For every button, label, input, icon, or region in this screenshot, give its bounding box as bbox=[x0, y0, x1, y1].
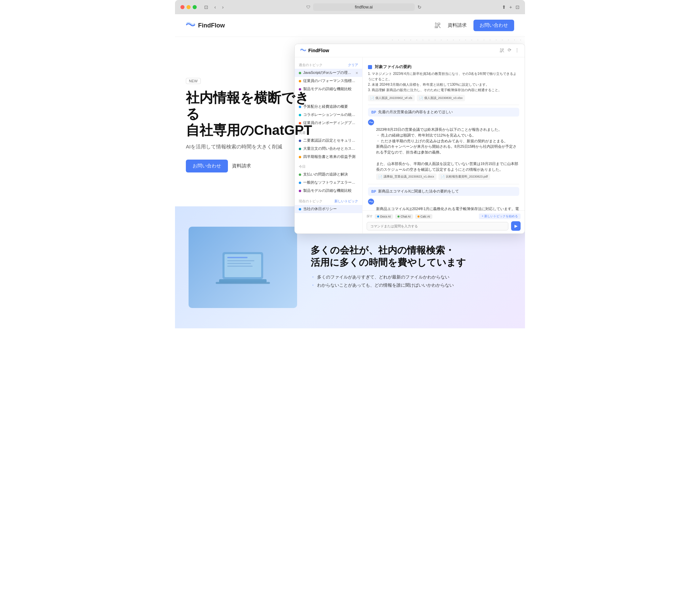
chat-sender bbox=[368, 198, 519, 205]
chat-area[interactable]: 対象ファイルの要約 1. マネジメント 2023年4月に新卒社員3名の教育担当に… bbox=[363, 57, 525, 210]
file-summary-text: 1. マネジメント 2023年4月に新卒社員3名の教育担当になり、その3名を1年… bbox=[368, 71, 519, 93]
browser-action-icons: ⬆ + ⊡ bbox=[502, 4, 520, 10]
hero-section: NEW 社内情報を横断できる 自社専用のChatGPT AIを活用して情報検索の… bbox=[175, 37, 525, 206]
sidebar-toggle-button[interactable]: ⊡ bbox=[202, 4, 210, 11]
browser-nav-controls: ⊡ ‹ › bbox=[202, 4, 226, 11]
docs-ai-tag[interactable]: Docs AI bbox=[375, 214, 393, 219]
bottom-title: 多くの会社が、社内の情報検索・ 活用に多くの時間を費やしています bbox=[311, 244, 511, 269]
svg-rect-7 bbox=[227, 266, 253, 267]
nav-right: 訳 資料請求 お問い合わせ bbox=[435, 20, 514, 31]
chat-sender bbox=[368, 119, 519, 125]
maximize-window-button[interactable] bbox=[192, 5, 197, 9]
file-icon: 📄 bbox=[378, 175, 382, 179]
hero-title: 社内情報を横断できる 自社専用のChatGPT bbox=[186, 89, 315, 138]
docs-link[interactable]: 資料請求 bbox=[448, 22, 467, 28]
tab-grid-icon[interactable]: ⊡ bbox=[515, 4, 520, 10]
sidebar-dot bbox=[299, 182, 301, 184]
url-field[interactable]: findflow.ai bbox=[313, 3, 415, 11]
bottom-image bbox=[189, 227, 297, 308]
attachment-chip[interactable]: 📄 議事録_営業会議_20230823_v1.docx bbox=[376, 174, 437, 180]
current-topic-label: 現在のトピック 新しいトピック bbox=[295, 197, 362, 205]
forward-button[interactable]: › bbox=[220, 4, 226, 11]
share-icon[interactable]: ⬆ bbox=[502, 4, 506, 10]
new-topic-link[interactable]: 新しいトピック bbox=[334, 199, 358, 204]
hero-subtitle: AIを活用して情報検索の時間を大きく削減 bbox=[186, 144, 315, 150]
chat-message-2: 新商品エコマイルXは2024年1月に義務化される電子帳簿保存法に対応しています。… bbox=[368, 198, 519, 210]
sidebar-footer: 現在のトピック 新しいトピック 当社の休日ポリシー bbox=[295, 195, 362, 216]
hero-contact-button[interactable]: お問い合わせ bbox=[186, 159, 228, 172]
hero-left: NEW 社内情報を横断できる 自社専用のChatGPT AIを活用して情報検索の… bbox=[186, 51, 315, 172]
chat-input-row: ▶ bbox=[367, 221, 521, 231]
chat-tags: 探す Docs AI Chat AI Calc AI bbox=[367, 214, 521, 219]
sidebar-dot bbox=[299, 190, 301, 192]
sidebar-dot bbox=[299, 208, 301, 210]
contact-button[interactable]: お問い合わせ bbox=[473, 20, 514, 31]
traffic-lights bbox=[180, 5, 197, 9]
url-text: findflow.ai bbox=[355, 5, 373, 10]
chat-response-2: 新商品エコマイルXは2024年1月に義務化される電子帳簿保存法に対応しています。… bbox=[376, 206, 519, 210]
more-icon[interactable]: ⋮ bbox=[515, 48, 519, 53]
chat-input[interactable] bbox=[367, 222, 508, 230]
address-bar[interactable]: 🛡 findflow.ai ↻ bbox=[228, 3, 499, 11]
q1-attachments: 📄 議事録_営業会議_20230823_v1.docx 📄 比較報告書資料_20… bbox=[376, 174, 519, 180]
bottom-bullet-2: ・ わからないことがあっても、どの情報を誰に聞けばいいかわからない bbox=[311, 282, 511, 289]
logo-icon bbox=[186, 21, 195, 30]
new-topic-button[interactable]: + 新しいトピックを始める bbox=[479, 214, 521, 219]
hero-actions: お問い合わせ 資料請求 bbox=[186, 159, 315, 172]
calc-ai-tag[interactable]: Calc AI bbox=[415, 214, 433, 219]
app-body: 過去のトピック クリア JavaScriptのForループの理解… ✕ 従業員の… bbox=[295, 57, 525, 233]
svg-rect-4 bbox=[227, 257, 248, 258]
sidebar-item[interactable]: 製品モデルの詳細な機能比較 bbox=[295, 187, 362, 195]
tag-dot bbox=[398, 216, 400, 218]
new-badge: NEW bbox=[186, 78, 201, 84]
app-screenshot: FindFlow 訳 ⟳ ⋮ 過去のトピック クリア JavaScriptのFo… bbox=[295, 44, 525, 234]
attachment-chip[interactable]: 📄 個人面談_20230830_v3.xlsx bbox=[417, 95, 465, 101]
close-window-button[interactable] bbox=[180, 5, 185, 9]
translate-icon[interactable]: 訳 bbox=[500, 48, 504, 53]
chat-response-1: 2023年8月23日の営業会議では鈴木課長から以下のことが報告されました。 ・ … bbox=[376, 127, 519, 172]
translate-icon: 訳 bbox=[435, 21, 441, 29]
app-header-icons: 訳 ⟳ ⋮ bbox=[500, 48, 519, 53]
tag-dot bbox=[417, 216, 420, 218]
hero-docs-button[interactable]: 資料請求 bbox=[232, 163, 251, 169]
browser-window: ⊡ ‹ › 🛡 findflow.ai ↻ ⬆ + ⊡ bbox=[175, 0, 525, 14]
chat-footer: 探す Docs AI Chat AI Calc AI bbox=[363, 210, 525, 233]
file-attachments: 📄 個人面談_20220902_vF.xls 📄 個人面談_20230830_v… bbox=[368, 95, 519, 101]
tag-dot bbox=[377, 216, 379, 218]
file-icon: 📄 bbox=[441, 175, 445, 179]
file-summary-header: 対象ファイルの要約 bbox=[368, 61, 519, 71]
svg-rect-6 bbox=[227, 263, 251, 264]
file-icon: 📄 bbox=[370, 97, 374, 100]
bottom-bullet-1: ・ 多くのファイルがありすぎて、どれが最新のファイルかわからない bbox=[311, 274, 511, 280]
app-main: 対象ファイルの要約 1. マネジメント 2023年4月に新卒社員3名の教育担当に… bbox=[363, 57, 525, 233]
new-tab-icon[interactable]: + bbox=[509, 4, 512, 10]
shield-icon: 🛡 bbox=[306, 5, 310, 10]
attachment-chip[interactable]: 📄 比較報告書資料_20230823.pdf bbox=[438, 174, 490, 180]
minimize-window-button[interactable] bbox=[187, 5, 191, 9]
sidebar-dot bbox=[299, 174, 301, 176]
navbar: FindFlow 訳 資料請求 お問い合わせ bbox=[175, 14, 525, 37]
chat-ai-tag[interactable]: Chat AI bbox=[395, 214, 413, 219]
user-question-2: BP 新商品エコマイルXに関連した法令の要約をして bbox=[368, 187, 519, 196]
logo-text: FindFlow bbox=[198, 22, 225, 29]
chat-message-1: 2023年8月23日の営業会議では鈴木課長から以下のことが報告されました。 ・ … bbox=[368, 119, 519, 180]
refresh-icon[interactable]: ⟳ bbox=[508, 48, 511, 53]
svg-rect-3 bbox=[216, 282, 270, 284]
user-question-1: BP 先週の月次営業会議の内容をまとめてほしい bbox=[368, 108, 519, 117]
doc-icon bbox=[368, 65, 372, 69]
divider bbox=[368, 105, 519, 105]
sidebar-close-icon[interactable]: ✕ bbox=[355, 71, 358, 75]
divider bbox=[368, 184, 519, 184]
ai-avatar bbox=[368, 119, 374, 125]
sidebar-item[interactable]: 一般的なソフトウェアエラーのトラブルシュー… bbox=[295, 179, 362, 187]
tag-label: 探す bbox=[367, 214, 373, 219]
file-icon: 📄 bbox=[419, 97, 423, 100]
current-topic-item[interactable]: 当社の休日ポリシー bbox=[295, 205, 362, 213]
back-button[interactable]: ‹ bbox=[212, 4, 218, 11]
clear-button[interactable]: クリア bbox=[348, 63, 358, 67]
attachment-chip[interactable]: 📄 個人面談_20220902_vF.xls bbox=[368, 95, 415, 101]
send-button[interactable]: ▶ bbox=[511, 221, 521, 231]
logo: FindFlow bbox=[186, 21, 225, 30]
svg-rect-5 bbox=[227, 260, 254, 261]
refresh-icon[interactable]: ↻ bbox=[417, 4, 422, 10]
